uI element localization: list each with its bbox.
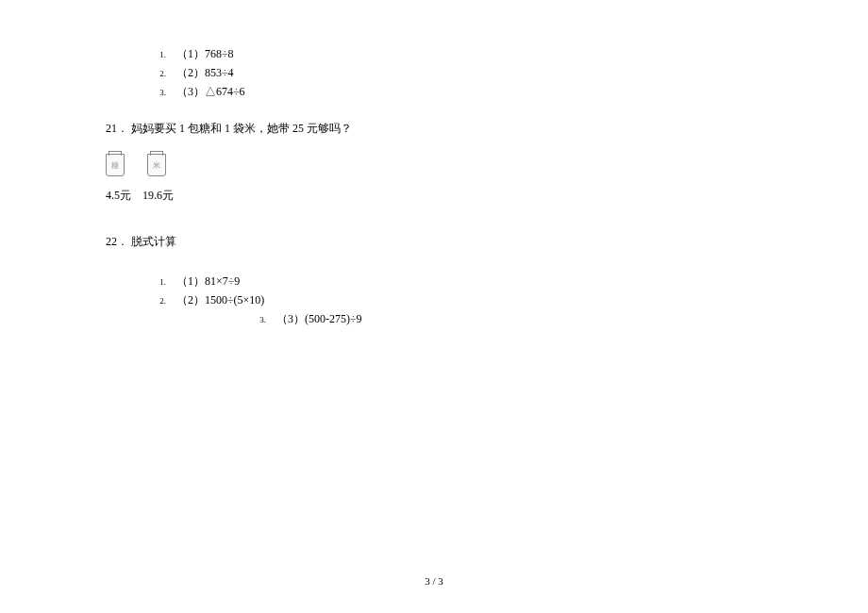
q20-sublist: 1. （1）768÷8 2. （2）853÷4 3. （3）△674÷6 <box>106 45 868 100</box>
rice-price: 19.6元 <box>142 188 174 204</box>
list-item: 2. （2）1500÷(5×10) <box>149 291 868 308</box>
question-21: 21． 妈妈要买 1 包糖和 1 袋米，她带 25 元够吗？ <box>106 121 868 137</box>
sub-number: 2. <box>149 68 166 81</box>
sub-number: 3. <box>149 87 166 100</box>
sugar-bag-container: 糖 <box>106 154 125 176</box>
question-22: 22． 脱式计算 <box>106 234 868 250</box>
product-images-row: 糖 米 <box>106 154 868 176</box>
list-item: 3. （3）(500-275)÷9 <box>249 310 868 327</box>
sub-number: 1. <box>149 276 166 290</box>
sub-number: 2. <box>149 295 166 308</box>
bag-label: 糖 <box>111 160 119 171</box>
sub-text: （1）81×7÷9 <box>176 274 240 288</box>
sugar-price: 4.5元 <box>106 188 131 204</box>
sub-number: 1. <box>149 49 166 62</box>
bag-label: 米 <box>153 160 160 171</box>
question-number: 22． <box>106 234 128 250</box>
sub-text: （1）768÷8 <box>176 47 234 60</box>
q22-sublist: 1. （1）81×7÷9 2. （2）1500÷(5×10) 3. （3）(50… <box>106 273 868 327</box>
list-item: 1. （1）768÷8 <box>149 45 868 62</box>
question-text: 脱式计算 <box>131 235 176 248</box>
sugar-bag-icon: 糖 <box>106 154 125 176</box>
list-item: 2. （2）853÷4 <box>149 64 868 81</box>
rice-bag-icon: 米 <box>147 154 166 176</box>
sub-text: （2）1500÷(5×10) <box>176 293 264 306</box>
page-number: 3 / 3 <box>425 575 443 587</box>
prices-row: 4.5元 19.6元 <box>106 188 868 204</box>
list-item: 1. （1）81×7÷9 <box>149 273 868 290</box>
sub-text: （3）(500-275)÷9 <box>276 312 362 325</box>
question-number: 21． <box>106 121 128 137</box>
list-item: 3. （3）△674÷6 <box>149 83 868 100</box>
sub-number: 3. <box>249 314 266 327</box>
sub-text: （3）△674÷6 <box>176 85 245 98</box>
question-text: 妈妈要买 1 包糖和 1 袋米，她带 25 元够吗？ <box>131 122 352 135</box>
rice-bag-container: 米 <box>147 154 166 176</box>
document-page: 1. （1）768÷8 2. （2）853÷4 3. （3）△674÷6 21．… <box>0 0 868 327</box>
sub-text: （2）853÷4 <box>176 66 234 79</box>
page-footer: 3 / 3 <box>0 575 868 587</box>
